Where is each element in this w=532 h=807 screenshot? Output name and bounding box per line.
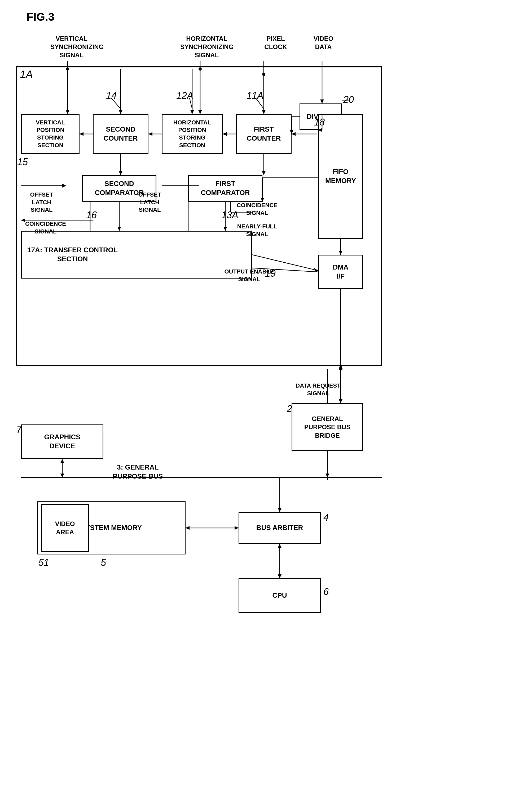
ref-12a: 12A bbox=[176, 90, 193, 101]
horizontal-sync-label: HORIZONTALSYNCHRONIZINGSIGNAL bbox=[180, 35, 233, 59]
output-enable-label: OUTPUT ENABLESIGNAL bbox=[223, 268, 276, 283]
coincidence-signal-label: COINCIDENCESIGNAL bbox=[233, 202, 281, 217]
horizontal-position-box: HORIZONTALPOSITIONSTORINGSECTION bbox=[162, 114, 223, 154]
diagram-container: FIG.3 VERTICALSYNCHRONIZINGSIGNAL HORIZO… bbox=[0, 0, 532, 807]
svg-marker-68 bbox=[278, 544, 282, 548]
transfer-control-box: 17A: TRANSFER CONTROLSECTION bbox=[21, 231, 252, 278]
video-area-box: VIDEOAREA bbox=[41, 504, 89, 552]
first-counter-box: FIRSTCOUNTER bbox=[236, 114, 291, 154]
general-purpose-bus-bridge-box: GENERALPURPOSE BUSBRIDGE bbox=[291, 403, 363, 451]
first-comparator-box: FIRSTCOMPARATOR bbox=[188, 175, 262, 202]
ref-51: 51 bbox=[38, 557, 49, 568]
svg-marker-71 bbox=[234, 526, 239, 530]
ref-6: 6 bbox=[323, 586, 329, 598]
ref-14: 14 bbox=[106, 90, 117, 101]
fig-label: FIG.3 bbox=[26, 11, 54, 23]
ref-18: 18 bbox=[314, 117, 325, 128]
svg-marker-62 bbox=[60, 474, 64, 478]
ref-11a: 11A bbox=[247, 90, 264, 101]
ref-5: 5 bbox=[101, 557, 106, 568]
data-request-label: DATA REQUESTSIGNAL bbox=[291, 382, 345, 397]
svg-marker-86 bbox=[60, 459, 64, 463]
dma-if-box: DMAI/F bbox=[318, 255, 363, 289]
coincidence-16-label: COINCIDENCESIGNAL bbox=[22, 220, 70, 235]
svg-point-56 bbox=[339, 367, 342, 371]
ref-4: 4 bbox=[323, 512, 329, 523]
cpu-box: CPU bbox=[239, 578, 321, 613]
svg-marker-65 bbox=[278, 508, 282, 512]
vertical-position-box: VERTICALPOSITIONSTORINGSECTION bbox=[21, 114, 79, 154]
ref-1a: 1A bbox=[20, 69, 33, 80]
general-purpose-bus-label: 3: GENERALPURPOSE BUS bbox=[101, 463, 175, 481]
offset-latch-right: OFFSETLATCHSIGNAL bbox=[130, 191, 170, 214]
second-counter-box: SECONDCOUNTER bbox=[93, 114, 149, 154]
svg-marker-70 bbox=[186, 526, 190, 530]
ref-20: 20 bbox=[343, 94, 354, 105]
ref-2: 2 bbox=[287, 403, 292, 415]
video-data-label: VIDEODATA bbox=[307, 35, 339, 51]
bus-arbiter-box: BUS ARBITER bbox=[239, 512, 321, 544]
pixel-clock-label: PIXELCLOCK bbox=[257, 35, 294, 51]
nearly-full-label: NEARLY-FULLSIGNAL bbox=[233, 223, 281, 238]
svg-marker-58 bbox=[325, 474, 329, 478]
ref-15: 15 bbox=[17, 157, 28, 168]
offset-latch-left: OFFSETLATCHSIGNAL bbox=[22, 191, 61, 214]
svg-marker-54 bbox=[339, 399, 342, 403]
vertical-sync-label: VERTICALSYNCHRONIZINGSIGNAL bbox=[50, 35, 93, 59]
svg-marker-67 bbox=[278, 574, 282, 578]
ref-16: 16 bbox=[86, 209, 97, 221]
graphics-device-box: GRAPHICSDEVICE bbox=[21, 424, 103, 459]
fifo-memory-box: FIFOMEMORY bbox=[318, 114, 363, 239]
ref-7: 7 bbox=[16, 424, 22, 435]
